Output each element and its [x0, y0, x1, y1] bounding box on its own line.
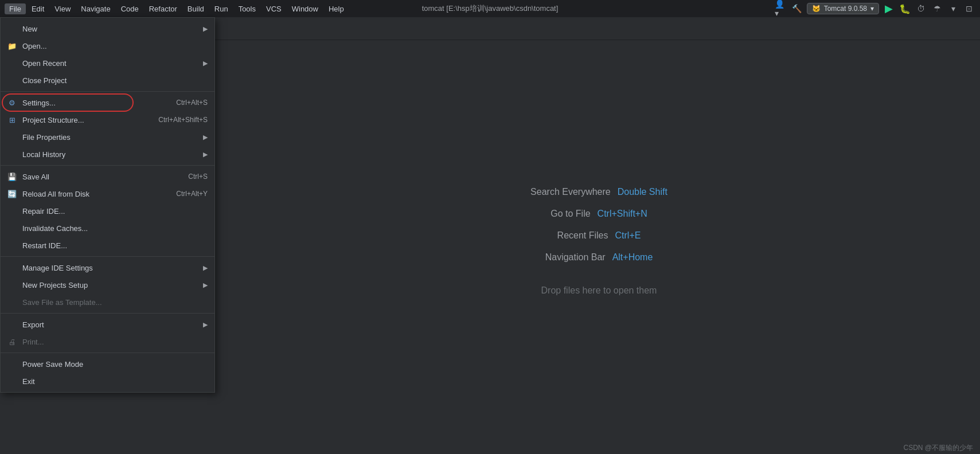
more-button[interactable]: ▾	[947, 2, 959, 15]
profile-button[interactable]: ⏱	[915, 2, 927, 15]
menu-item-close-project[interactable]: Close Project	[1, 72, 214, 89]
search-everywhere-label: Search Everywhere	[530, 187, 611, 197]
menu-edit[interactable]: Edit	[27, 3, 49, 14]
new-icon	[6, 23, 18, 34]
repair-ide-icon	[6, 205, 18, 217]
menu-code[interactable]: Code	[116, 3, 143, 14]
user-icon[interactable]: 👤▾	[775, 2, 787, 15]
window-title: tomcat [E:\hsp培训\javaweb\csdn\tomcat]	[422, 3, 559, 14]
local-history-label: Local History	[22, 150, 198, 159]
menu-item-invalidate-caches[interactable]: Invalidate Caches...	[1, 220, 214, 237]
save-all-label: Save All	[22, 173, 177, 181]
menu-item-manage-ide[interactable]: Manage IDE Settings ▶	[1, 259, 214, 276]
menu-vcs[interactable]: VCS	[261, 3, 286, 14]
go-to-file-label: Go to File	[550, 209, 590, 219]
search-everywhere-keys: Double Shift	[618, 187, 667, 197]
menu-window[interactable]: Window	[287, 3, 323, 14]
navigation-bar-label: Navigation Bar	[545, 252, 606, 263]
divider-2	[1, 165, 214, 166]
export-arrow: ▶	[203, 321, 208, 328]
menu-item-local-history[interactable]: Local History ▶	[1, 146, 214, 163]
open-recent-arrow: ▶	[203, 60, 208, 67]
close-project-icon	[6, 75, 18, 86]
main-content-area: Search Everywhere Double Shift Go to Fil…	[218, 40, 980, 443]
menu-item-save-all[interactable]: 💾 Save All Ctrl+S	[1, 168, 214, 185]
divider-1	[1, 91, 214, 92]
menu-item-project-structure[interactable]: ⊞ Project Structure... Ctrl+Alt+Shift+S	[1, 111, 214, 128]
invalidate-caches-label: Invalidate Caches...	[22, 224, 208, 233]
menu-item-open-recent[interactable]: Open Recent ▶	[1, 54, 214, 72]
dropdown-menu-container: New ▶ 📁 Open... Open Recent ▶ Close Proj…	[0, 17, 215, 393]
new-projects-setup-icon	[6, 279, 18, 291]
menu-build[interactable]: Build	[183, 3, 209, 14]
recent-files-keys: Ctrl+E	[615, 230, 641, 241]
restart-ide-label: Restart IDE...	[22, 241, 208, 250]
repair-ide-label: Repair IDE...	[22, 207, 208, 216]
go-to-file-keys: Ctrl+Shift+N	[598, 209, 647, 219]
export-icon	[6, 319, 18, 330]
project-structure-label: Project Structure...	[22, 116, 147, 124]
power-save-icon	[6, 358, 18, 370]
open-recent-icon	[6, 57, 18, 69]
manage-ide-arrow: ▶	[203, 264, 208, 272]
window-controls[interactable]: ⊡	[963, 2, 975, 15]
project-structure-shortcut: Ctrl+Alt+Shift+S	[158, 116, 208, 124]
debug-button[interactable]: 🐛	[899, 2, 911, 15]
divider-4	[1, 313, 214, 314]
menu-item-print: 🖨 Print...	[1, 333, 214, 350]
menu-refactor[interactable]: Refactor	[145, 3, 182, 14]
open-recent-label: Open Recent	[22, 59, 198, 68]
menu-item-restart-ide[interactable]: Restart IDE...	[1, 237, 214, 254]
file-menu-dropdown: New ▶ 📁 Open... Open Recent ▶ Close Proj…	[0, 17, 215, 393]
menu-item-power-save[interactable]: Power Save Mode	[1, 355, 214, 373]
menu-item-new[interactable]: New ▶	[1, 20, 214, 37]
menu-item-exit[interactable]: Exit	[1, 373, 214, 390]
save-template-icon	[6, 296, 18, 308]
reload-disk-label: Reload All from Disk	[22, 190, 165, 198]
hammer-icon[interactable]: 🔨	[791, 2, 803, 15]
hint-go-to-file: Go to File Ctrl+Shift+N	[550, 209, 647, 219]
coverage-button[interactable]: ☂	[931, 2, 943, 15]
run-button[interactable]: ▶	[883, 1, 895, 16]
menu-tools[interactable]: Tools	[234, 3, 260, 14]
file-properties-label: File Properties	[22, 133, 198, 142]
open-icon: 📁	[6, 40, 18, 52]
title-bar: File Edit View Navigate Code Refactor Bu…	[0, 0, 980, 17]
close-project-label: Close Project	[22, 76, 208, 85]
divider-3	[1, 256, 214, 257]
menu-bar: File Edit View Navigate Code Refactor Bu…	[5, 3, 775, 14]
export-label: Export	[22, 320, 198, 329]
menu-item-new-projects-setup[interactable]: New Projects Setup ▶	[1, 276, 214, 293]
menu-item-export[interactable]: Export ▶	[1, 316, 214, 333]
divider-5	[1, 353, 214, 353]
file-properties-arrow: ▶	[203, 134, 208, 141]
menu-file[interactable]: File	[5, 3, 26, 14]
menu-navigate[interactable]: Navigate	[76, 3, 115, 14]
hint-search-everywhere: Search Everywhere Double Shift	[530, 187, 667, 197]
print-label: Print...	[22, 338, 208, 346]
file-properties-icon	[6, 131, 18, 143]
menu-help[interactable]: Help	[324, 3, 349, 14]
menu-view[interactable]: View	[50, 3, 75, 14]
settings-gear-icon: ⚙	[6, 97, 18, 108]
menu-item-open[interactable]: 📁 Open...	[1, 37, 214, 54]
save-all-icon: 💾	[6, 171, 18, 182]
run-config-arrow: ▾	[870, 5, 874, 13]
menu-item-reload-disk[interactable]: 🔄 Reload All from Disk Ctrl+Alt+Y	[1, 185, 214, 202]
menu-run[interactable]: Run	[210, 3, 233, 14]
run-config-selector[interactable]: 🐱 Tomcat 9.0.58 ▾	[807, 3, 879, 14]
menu-item-settings[interactable]: ⚙ Settings... Ctrl+Alt+S	[1, 94, 214, 111]
new-projects-setup-arrow: ▶	[203, 281, 208, 289]
reload-icon: 🔄	[6, 188, 18, 199]
exit-icon	[6, 375, 18, 387]
menu-item-repair-ide[interactable]: Repair IDE...	[1, 202, 214, 220]
new-label: New	[22, 25, 198, 33]
manage-ide-label: Manage IDE Settings	[22, 264, 198, 272]
manage-ide-icon	[6, 262, 18, 273]
menu-item-file-properties[interactable]: File Properties ▶	[1, 128, 214, 146]
invalidate-caches-icon	[6, 222, 18, 234]
toolbar-right: 👤▾ 🔨 🐱 Tomcat 9.0.58 ▾ ▶ 🐛 ⏱ ☂ ▾ ⊡	[775, 1, 975, 16]
print-icon: 🖨	[6, 336, 18, 347]
local-history-arrow: ▶	[203, 151, 208, 158]
drop-files-hint: Drop files here to open them	[541, 285, 657, 296]
